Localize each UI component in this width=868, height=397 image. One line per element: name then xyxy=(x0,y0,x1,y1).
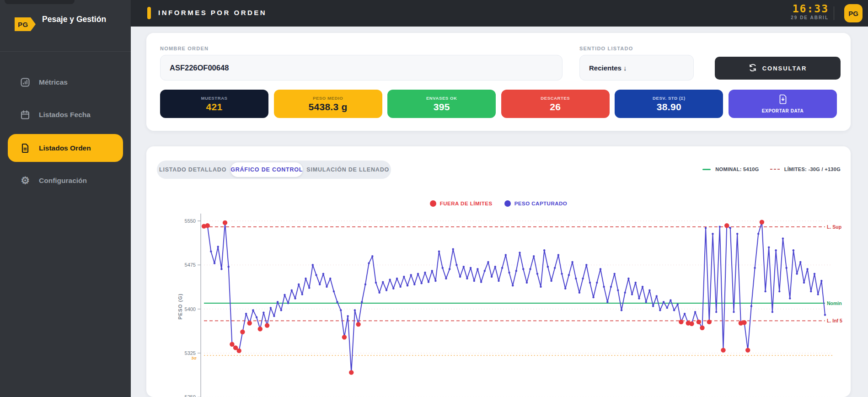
stat-envases-ok: ENVASES OK 395 xyxy=(387,90,496,118)
brand-row: PG Pesaje y Gestión xyxy=(0,0,131,52)
svg-text:5400: 5400 xyxy=(185,306,196,312)
consult-button[interactable]: CONSULTAR xyxy=(715,57,841,80)
date: 29 DE ABRIL xyxy=(765,15,829,20)
document-icon xyxy=(20,143,31,154)
file-download-icon xyxy=(778,94,788,106)
brand-logo: PG xyxy=(15,17,36,31)
topbar-divider xyxy=(834,6,834,20)
filters-card: NOMBRE ORDEN ASF226OF00648 SENTIDO LISTA… xyxy=(146,33,851,131)
limits-legend: NOMINAL: 5410G LÍMITES: -30G / +130G xyxy=(702,166,841,172)
stat-muestras: MUESTRAS 421 xyxy=(160,90,268,118)
legend-peso-capturado: PESO CAPTURADO xyxy=(504,200,568,207)
order-name-value: ASF226OF00648 xyxy=(170,64,229,72)
sidebar-item-metricas[interactable]: Métricas xyxy=(8,71,123,93)
svg-text:PESO (G): PESO (G) xyxy=(177,293,183,320)
chart-card: LISTADO DETALLADO GRÁFICO DE CONTROL SIM… xyxy=(146,146,851,397)
calendar-icon xyxy=(20,109,31,120)
control-chart-svg: 555054755400532552503σL. SupNominL. Inf … xyxy=(174,208,843,397)
brand-name: Pesaje y Gestión xyxy=(42,15,106,24)
clock: 16:33 xyxy=(765,3,829,15)
svg-text:5550: 5550 xyxy=(185,218,196,224)
export-data-button[interactable]: EXPORTAR DATA xyxy=(729,90,837,118)
consult-button-label: CONSULTAR xyxy=(762,65,807,72)
blue-dot-icon xyxy=(504,200,511,207)
order-name-label: NOMBRE ORDEN xyxy=(160,46,209,51)
tab-listado-detallado[interactable]: LISTADO DETALLADO xyxy=(159,162,227,177)
svg-text:5475: 5475 xyxy=(185,262,196,268)
page-title: INFORMES POR ORDEN xyxy=(158,9,267,16)
sort-label: SENTIDO LISTADO xyxy=(579,46,633,51)
topbar: INFORMES POR ORDEN 16:33 29 DE ABRIL PG xyxy=(131,0,868,27)
sidebar-item-listados-orden[interactable]: Listados Orden xyxy=(8,134,123,162)
bar-chart-icon xyxy=(20,77,31,88)
stat-label: MUESTRAS xyxy=(201,96,227,101)
tab-grafico-de-control[interactable]: GRÁFICO DE CONTROL xyxy=(230,162,303,177)
nominal-legend-label: NOMINAL: 5410G xyxy=(715,166,759,172)
stat-descartes: DESCARTES 26 xyxy=(501,90,610,118)
red-dot-icon xyxy=(430,200,436,207)
nominal-line-swatch xyxy=(702,169,711,170)
series-legend: FUERA DE LÍMITES PESO CAPTURADO xyxy=(146,200,851,207)
limits-legend-label: LÍMITES: -30G / +130G xyxy=(784,166,841,172)
stat-value: 421 xyxy=(206,102,223,113)
sidebar-item-listados-fecha[interactable]: Listados Fecha xyxy=(8,104,123,126)
title-accent-bar xyxy=(147,7,151,19)
sort-value: Recientes ↓ xyxy=(589,64,627,72)
sidebar: PG Pesaje y Gestión Métricas Listados Fe… xyxy=(0,0,131,397)
tab-simulacion-de-llenado[interactable]: SIMULACIÓN DE LLENADO xyxy=(306,162,389,177)
sort-select[interactable]: Recientes ↓ xyxy=(579,55,694,80)
stat-label: PESO MEDIO xyxy=(313,96,343,101)
avatar[interactable]: PG xyxy=(844,4,863,22)
stat-desv-std: DESV. STD (Σ) 38.90 xyxy=(615,90,723,118)
stat-label: DESV. STD (Σ) xyxy=(653,96,686,101)
limits-line-swatch xyxy=(770,169,780,170)
top-notch xyxy=(5,0,75,4)
sidebar-item-label: Listados Fecha xyxy=(39,111,91,119)
sidebar-item-label: Listados Orden xyxy=(39,144,91,152)
brand-badge-text: PG xyxy=(15,21,28,28)
control-chart: 555054755400532552503σL. SupNominL. Inf … xyxy=(174,208,843,397)
refresh-icon xyxy=(749,64,757,73)
stat-peso-medio: PESO MEDIO 5438.3 g xyxy=(274,90,382,118)
gear-icon: ⚙ xyxy=(20,175,31,186)
stat-value: 38.90 xyxy=(657,102,681,113)
stat-value: 5438.3 g xyxy=(308,102,347,113)
stat-value: 26 xyxy=(550,102,561,113)
svg-text:3σ: 3σ xyxy=(191,355,197,360)
legend-label: FUERA DE LÍMITES xyxy=(440,201,493,206)
export-button-label: EXPORTAR DATA xyxy=(762,108,804,113)
view-tabs: LISTADO DETALLADO GRÁFICO DE CONTROL SIM… xyxy=(157,161,391,179)
legend-fuera-de-limites: FUERA DE LÍMITES xyxy=(430,200,493,207)
svg-text:5250: 5250 xyxy=(185,394,196,397)
stat-label: ENVASES OK xyxy=(426,96,457,101)
stat-label: DESCARTES xyxy=(541,96,570,101)
order-name-input[interactable]: ASF226OF00648 xyxy=(160,55,563,80)
svg-text:Nomin: Nomin xyxy=(827,300,842,306)
stat-value: 395 xyxy=(434,102,450,113)
svg-text:L. Sup: L. Sup xyxy=(827,224,841,230)
svg-text:L. Inf 5: L. Inf 5 xyxy=(827,318,842,323)
legend-label: PESO CAPTURADO xyxy=(514,201,568,206)
sidebar-item-label: Configuración xyxy=(39,177,87,185)
sidebar-item-label: Métricas xyxy=(39,78,68,86)
app-root: PG Pesaje y Gestión Métricas Listados Fe… xyxy=(0,0,868,397)
sidebar-item-configuracion[interactable]: ⚙ Configuración xyxy=(8,170,123,192)
